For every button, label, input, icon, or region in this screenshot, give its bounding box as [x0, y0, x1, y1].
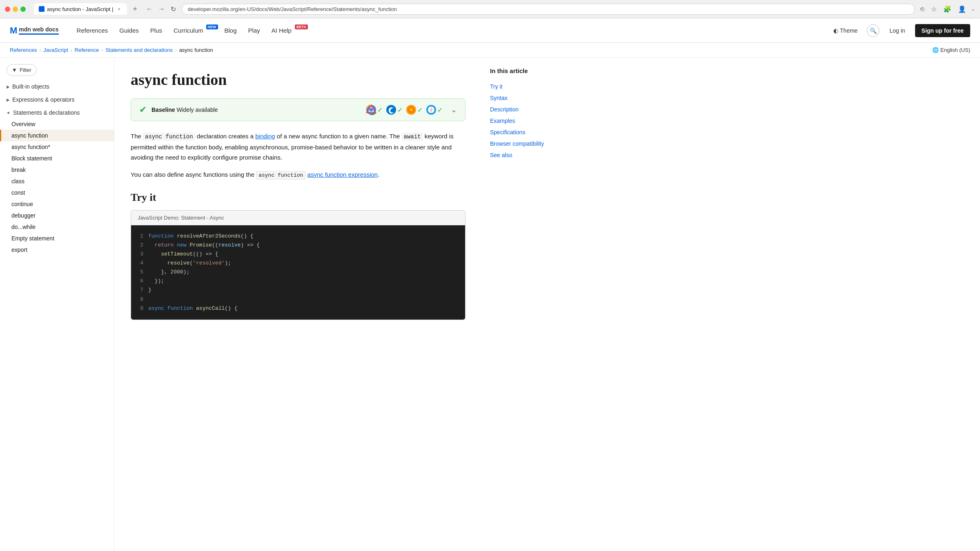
extensions-button[interactable]: 🧩 [942, 4, 953, 15]
toc-description[interactable]: Description [490, 104, 564, 115]
account-button[interactable]: 👤 [956, 4, 968, 15]
sidebar-item-break[interactable]: break [0, 164, 114, 176]
sidebar-section-header-statements[interactable]: ▼ Statements & declarations [0, 107, 114, 118]
edge-check: ✓ [397, 106, 403, 114]
toc-see-also[interactable]: See also [490, 149, 564, 161]
sidebar-section-header-builtin[interactable]: ▶ Built-in objects [0, 81, 114, 92]
minimize-button[interactable] [13, 7, 18, 12]
async-function-expression-code: async function [256, 171, 305, 180]
breadcrumb-javascript[interactable]: JavaScript [43, 47, 68, 53]
breadcrumb-reference[interactable]: Reference [75, 47, 99, 53]
breadcrumb-statements[interactable]: Statements and declarations [105, 47, 173, 53]
chevron-right-icon: ▶ [7, 84, 10, 89]
sidebar-item-async-generator[interactable]: async function* [0, 141, 114, 153]
sidebar-item-debugger[interactable]: debugger [0, 210, 114, 221]
main-layout: ▼ Filter ▶ Built-in objects ▶ Expression… [0, 58, 980, 551]
description-paragraph-2: You can also define async functions usin… [131, 169, 466, 180]
forward-button[interactable]: → [157, 4, 167, 14]
address-bar[interactable]: developer.mozilla.org/en-US/docs/Web/Jav… [182, 4, 915, 15]
baseline-browsers: ✓ ✓ ✓ ✓ [366, 104, 443, 115]
sidebar-section-builtin-label: Built-in objects [12, 83, 49, 90]
main-content: async function ✔ Baseline Widely availab… [114, 58, 482, 551]
baseline-expand-icon[interactable]: ⌄ [451, 105, 457, 114]
active-tab[interactable]: async function - JavaScript | × [34, 3, 127, 15]
nav-blog[interactable]: Blog [220, 24, 242, 37]
sidebar-item-overview[interactable]: Overview [0, 118, 114, 130]
sidebar-item-dowhile[interactable]: do...while [0, 221, 114, 233]
mdn-logo[interactable]: M mdn web docs [10, 25, 59, 36]
filter-label: Filter [20, 67, 31, 73]
svg-point-2 [370, 108, 373, 112]
refresh-button[interactable]: ↻ [169, 4, 178, 15]
nav-play[interactable]: Play [243, 24, 265, 37]
login-button[interactable]: Log in [884, 25, 910, 36]
nav-ai-help[interactable]: AI Help BETA [267, 24, 308, 37]
baseline-desc: Widely available [176, 107, 218, 113]
sidebar-item-continue[interactable]: continue [0, 198, 114, 210]
await-code: await [402, 133, 423, 141]
filter-button[interactable]: ▼ Filter [7, 64, 37, 76]
toc-try-it[interactable]: Try it [490, 81, 564, 92]
nav-references[interactable]: References [72, 24, 113, 37]
tab-close-button[interactable]: × [116, 6, 122, 12]
breadcrumb-sep-1: › [39, 48, 41, 53]
code-demo: JavaScript Demo: Statement - Async 1 fun… [131, 210, 466, 320]
async-expression-link[interactable]: async function expression [307, 171, 378, 178]
toc-browser-compat[interactable]: Browser compatibility [490, 138, 564, 149]
breadcrumb-lang[interactable]: 🌐 English (US) [932, 47, 970, 53]
firefox-browser-icon: ✓ [406, 104, 423, 115]
sidebar-item-const[interactable]: const [0, 187, 114, 198]
share-button[interactable]: ⎋ [919, 4, 926, 14]
search-button[interactable]: 🔍 [866, 24, 880, 37]
svg-point-6 [410, 108, 413, 111]
code-line-6: 6 }); [138, 277, 459, 286]
maximize-button[interactable] [20, 7, 26, 12]
toc-title: In this article [490, 67, 564, 74]
sidebar-item-async-function[interactable]: async function [0, 130, 114, 141]
sidebar-item-class[interactable]: class [0, 176, 114, 187]
header-right: ◐ Theme 🔍 Log in Sign up for free [829, 24, 970, 37]
sidebar-section-header-expressions[interactable]: ▶ Expressions & operators [0, 94, 114, 105]
nav-plus[interactable]: Plus [145, 24, 167, 37]
theme-button[interactable]: ◐ Theme [829, 25, 862, 36]
more-icon[interactable]: ⌄ [971, 6, 975, 12]
toc-specifications[interactable]: Specifications [490, 127, 564, 138]
sidebar-section-statements-label: Statements & declarations [13, 109, 80, 116]
bookmark-button[interactable]: ☆ [929, 4, 938, 15]
browser-actions: ⎋ ☆ 🧩 👤 ⌄ [919, 4, 975, 15]
close-button[interactable] [5, 7, 10, 12]
code-block: 1 function resolveAfter2Seconds() { 2 re… [131, 225, 465, 320]
signup-button[interactable]: Sign up for free [915, 24, 970, 37]
baseline-banner: ✔ Baseline Widely available ✓ ✓ [131, 98, 466, 121]
safari-browser-icon: ✓ [426, 104, 443, 115]
breadcrumb-sep-3: › [102, 48, 103, 53]
code-line-4: 4 resolve('resolved'); [138, 259, 459, 268]
toc-syntax[interactable]: Syntax [490, 92, 564, 104]
binding-link[interactable]: binding [255, 133, 275, 140]
filter-icon: ▼ [12, 67, 17, 73]
code-line-8: 8 [138, 295, 459, 304]
code-line-2: 2 return new Promise((resolve) => { [138, 241, 459, 250]
sidebar-item-empty[interactable]: Empty statement [0, 233, 114, 244]
async-function-code: async function [143, 133, 195, 141]
sidebar-section-expressions: ▶ Expressions & operators [0, 94, 114, 105]
desc2-text: You can also define async functions usin… [131, 171, 254, 178]
back-button[interactable]: ← [145, 4, 154, 14]
toc-examples[interactable]: Examples [490, 115, 564, 127]
address-text: developer.mozilla.org/en-US/docs/Web/Jav… [188, 6, 909, 12]
breadcrumb-references[interactable]: References [10, 47, 37, 53]
sidebar-item-export[interactable]: export [0, 244, 114, 256]
nav-guides[interactable]: Guides [114, 24, 144, 37]
sidebar-item-block[interactable]: Block statement [0, 153, 114, 164]
breadcrumb-sep-4: › [175, 48, 177, 53]
code-line-5: 5 }, 2000); [138, 268, 459, 277]
description-paragraph-1: The async function declaration creates a… [131, 131, 466, 163]
logo-m: M [10, 25, 17, 36]
chrome-check: ✓ [377, 106, 383, 114]
nav-curriculum[interactable]: Curriculum NEW [169, 24, 218, 37]
browser-chrome: async function - JavaScript | × + ← → ↻ … [0, 0, 980, 18]
sidebar-section-expressions-label: Expressions & operators [12, 96, 75, 103]
safari-check: ✓ [437, 106, 443, 114]
baseline-check-icon: ✔ [139, 104, 147, 115]
new-tab-button[interactable]: + [129, 4, 140, 14]
